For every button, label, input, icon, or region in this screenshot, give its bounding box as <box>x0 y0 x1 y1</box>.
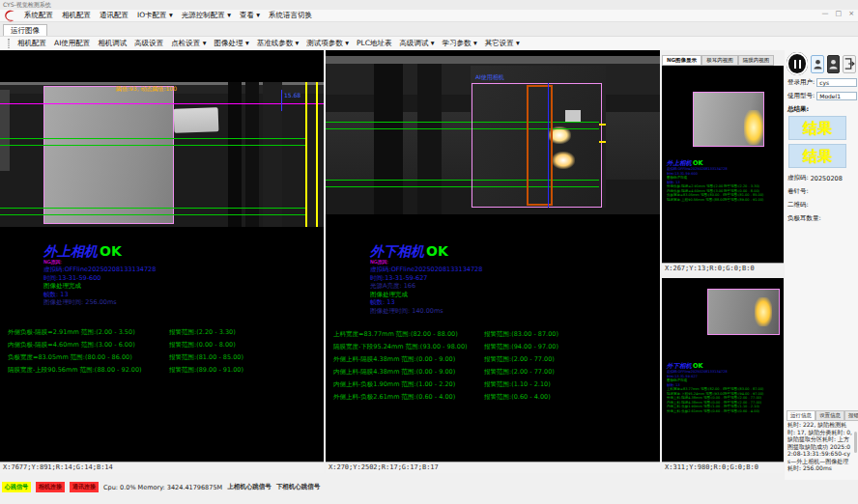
measurement-row: 外侧上料-负极2.61mm 范围:(0.60 - 4.00) 报警范围:(0.6… <box>326 393 660 405</box>
logout-door-icon <box>844 58 855 70</box>
tool-ai-config[interactable]: AI使用配置 <box>54 39 90 48</box>
control-sidebar: 登录用户: cys 使用型号: Model1 总结果: 结果 结果 虚拟码: 2… <box>785 50 858 480</box>
tool-camera-debug[interactable]: 相机调试 <box>98 39 127 48</box>
tool-camera-config[interactable]: 相机配置 <box>17 39 46 48</box>
view-tabstrip: 运行图像 <box>0 22 858 36</box>
thumbnail-view-upper[interactable]: 外上相机OK 虚拟码:OFFline20250208133134728 时间:1… <box>662 66 784 263</box>
user-icon <box>814 59 822 70</box>
log-scrollbar[interactable] <box>854 432 857 453</box>
pin-number-label: 卷针号: <box>787 187 809 196</box>
tab-tab-innerview[interactable]: 极耳内视图 <box>701 55 738 66</box>
ng-reason-line: NG原因: <box>370 259 388 265</box>
blue-guide-line <box>548 83 549 208</box>
logout-button[interactable] <box>843 55 856 73</box>
tool-other-settings[interactable]: 其它设置 ▾ <box>485 39 520 48</box>
pause-icon <box>794 60 801 69</box>
result-box-upper: 结果 <box>788 116 846 140</box>
model-label: 使用型号: <box>787 92 815 100</box>
frame-info-block: 虚拟码:OFFline20250208133134728 时间:13-31-59… <box>43 266 156 307</box>
user-button-active[interactable] <box>811 55 823 73</box>
magenta-guide-line <box>0 103 324 104</box>
tool-advanced-settings[interactable]: 高级设置 <box>134 39 163 48</box>
machine-column <box>417 64 442 214</box>
frame-info-block: 虚拟码:OFFline20250208133134728 时间:13-31-59… <box>370 266 482 315</box>
cursor-coords-upper: X:7677;Y:891;R:14;G:14;B:14 <box>0 462 324 473</box>
tool-baseline-params[interactable]: 基准线参数 ▾ <box>257 39 300 48</box>
measurement-row: 外侧负极-隔膜=2.91mm 范围:(2.00 - 3.50) 报警范围:(2.… <box>0 328 324 340</box>
measure-result: 内侧上料-隔膜4.38mm 范围:(0.00 - 9.00) <box>333 368 455 377</box>
window-controls: — □ × <box>822 10 855 17</box>
app-logo-icon <box>4 10 15 22</box>
tab-separator-innerview[interactable]: 隔膜内视图 <box>738 55 775 66</box>
green-guide-line <box>0 208 307 209</box>
alarm-range: 报警范围:(2.00 - 77.00) <box>484 368 555 377</box>
minimize-icon[interactable]: — <box>822 10 829 17</box>
threshold-annotation: 阈值:93, 动态阈值:100 <box>116 85 177 94</box>
measurement-row: 外侧上料-隔膜4.38mm 范围:(0.00 - 9.00) 报警范围:(2.0… <box>326 355 660 367</box>
green-guide-line <box>0 214 307 215</box>
tab-error-info[interactable]: 报错信息 <box>844 410 858 421</box>
machine-edge <box>0 90 10 171</box>
virtual-code: 虚拟码:OFFline20250208133134728 <box>43 266 156 274</box>
frame-count: 帧数: 13 <box>43 291 156 299</box>
tab-settings-info[interactable]: 设置信息 <box>815 410 844 421</box>
frame-time: 时间:13-31-59-600 <box>43 274 156 283</box>
model-field[interactable]: Model1 <box>816 92 857 100</box>
thumbnail-view-lower[interactable]: 外下相机OK 虚拟码:OFFline20250208133134728 时间:1… <box>662 278 784 462</box>
bright-spot <box>755 297 772 326</box>
yellow-mark <box>599 141 606 143</box>
pause-button[interactable] <box>786 52 808 75</box>
measurement-row: 上料宽度=83.77mm 范围:(82.00 - 88.00) 报警范围:(83… <box>326 330 660 342</box>
camera-view-lower[interactable]: AI使用相机 外下相机OK NG原因: 虚拟码:OFFline202502081… <box>326 50 660 462</box>
menu-item-system-config[interactable]: 系统配置 <box>24 11 53 20</box>
thumbnail-image <box>693 92 764 147</box>
measurement-row: 内侧负极-隔膜=4.60mm 范围:(3.00 - 6.00) 报警范围:(0.… <box>0 341 324 352</box>
tab-run-info[interactable]: 运行信息 <box>786 410 815 421</box>
measure-result: 内侧负极-隔膜=4.60mm 范围:(3.00 - 6.00) <box>8 341 135 350</box>
measure-result: 隔膜宽度-上段90.56mm 范围:(88.00 - 92.00) <box>8 366 142 375</box>
toolbar: 相机配置 AI使用配置 相机调试 高级设置 点检设置 ▾ 图像处理 ▾ 基准线参… <box>0 36 858 50</box>
tool-spotcheck-settings[interactable]: 点检设置 ▾ <box>171 39 206 48</box>
tab-connector <box>174 107 219 133</box>
measure-result: 外侧负极-隔膜=2.91mm 范围:(2.00 - 3.50) <box>8 328 135 337</box>
bright-spot <box>744 110 763 145</box>
tool-learning-params[interactable]: 学习参数 ▾ <box>443 39 477 48</box>
tool-image-processing[interactable]: 图像处理 ▾ <box>214 39 249 48</box>
camera-view-upper[interactable]: 阈值:93, 动态阈值:100 15.68 外上相机OK NG原因: 虚拟码:O… <box>0 50 324 462</box>
measurement-row: 隔膜宽度-上段90.56mm 范围:(88.00 - 92.00) 报警范围:(… <box>0 366 324 378</box>
light-value: 光源A亮度: 166 <box>370 282 482 291</box>
login-user-field[interactable]: cys <box>816 78 857 87</box>
user-button-dark[interactable] <box>827 55 840 73</box>
menu-item-camera-config[interactable]: 相机配置 <box>62 11 91 20</box>
close-icon[interactable]: × <box>848 10 854 17</box>
ng-reason-line: NG原因: <box>43 259 62 265</box>
upper-camera-heartbeat: 上相机心跳信号 <box>227 483 272 491</box>
result-ok: OK <box>693 159 703 167</box>
camera-image-upper: 阈值:93, 动态阈值:100 15.68 <box>0 82 324 227</box>
thumbnail-tabs: NG图像显示 极耳内视图 隔膜内视图 <box>662 55 784 66</box>
menu-item-comm-config[interactable]: 通讯配置 <box>100 11 129 20</box>
cursor-coords-lower: X:270;Y:2502;R:17;G:17;B:17 <box>326 462 660 473</box>
measure-result: 隔膜宽度-下段95.24mm 范围:(93.00 - 98.00) <box>333 343 468 351</box>
result-ok: OK <box>693 362 703 370</box>
camera-connect-badge: 相机连接 <box>36 482 65 492</box>
measure-result: 外侧上料-负极2.61mm 范围:(0.60 - 4.00) <box>333 393 455 402</box>
log-tabs: 运行信息 设置信息 报错信息 <box>786 410 858 421</box>
alarm-range: 报警范围:(0.60 - 4.00) <box>484 393 551 402</box>
menu-item-light-config[interactable]: 光源控制配置 ▾ <box>182 11 231 20</box>
tab-run-image[interactable]: 运行图像 <box>3 24 47 36</box>
green-guide-line <box>0 138 307 139</box>
camera-name: 外下相机 <box>370 243 424 259</box>
measurement-row: 内侧上料-负极1.90mm 范围:(1.00 - 2.20) 报警范围:(1.1… <box>326 380 660 392</box>
menu-item-language[interactable]: 系统语言切换 <box>269 11 312 20</box>
process-time: 图像处理时间: 140.00ms <box>370 307 482 316</box>
virtual-code-row: 虚拟码: 20250208 <box>787 174 857 182</box>
tool-advanced-debug[interactable]: 高级调试 ▾ <box>399 39 434 48</box>
tab-ng-display[interactable]: NG图像显示 <box>662 55 701 66</box>
tool-plc-address[interactable]: PLC地址表 <box>357 39 391 48</box>
menu-item-view[interactable]: 查看 ▾ <box>240 11 260 20</box>
alarm-range: 报警范围:(2.00 - 77.00) <box>484 355 555 364</box>
maximize-icon[interactable]: □ <box>836 10 843 17</box>
tool-test-params[interactable]: 测试项参数 ▾ <box>306 39 349 48</box>
menu-item-io-config[interactable]: IO卡配置 ▾ <box>137 11 173 20</box>
